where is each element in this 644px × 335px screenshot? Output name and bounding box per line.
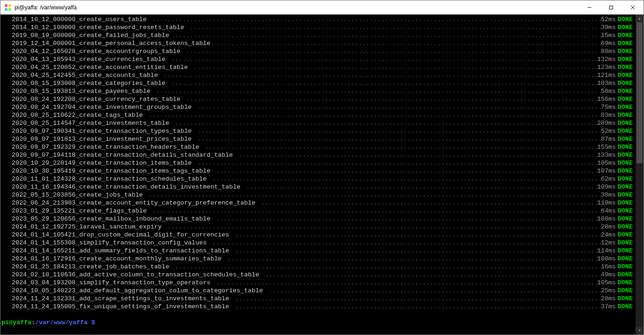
migration-dots: ........................................… [165,79,597,87]
migration-row: 2024_01_16_172916_create_account_monthly… [0,255,636,263]
migration-dots: ........................................… [263,287,601,295]
migration-time: 103ms [597,79,618,87]
migration-dots: ........................................… [162,223,601,231]
migration-status: DONE [618,287,633,295]
migration-row: 2020_11_01_124328_create_transaction_sch… [0,175,636,183]
migration-row: 2020_09_07_194118_create_transaction_det… [0,151,636,159]
scroll-track[interactable] [636,23,644,327]
migration-time: 75ms [601,103,618,111]
migration-name: 2020_11_16_194346_create_transaction_det… [12,183,241,191]
migration-name: 2020_08_25_110622_create_tags_table [12,111,143,119]
migration-name: 2022_06_24_213903_create_account_entity_… [12,199,256,207]
scroll-up-arrow-icon[interactable]: ▲ [636,15,644,23]
migration-name: 2023_05_29_120656_create_mailbox_inbound… [12,215,210,223]
migration-dots: ........................................… [192,159,597,167]
scroll-down-arrow-icon[interactable]: ▼ [636,327,644,335]
migration-dots: ........................................… [210,279,597,287]
migration-time: 88ms [601,47,618,55]
migration-name: 2020_08_25_114547_create_investments_tab… [12,119,169,127]
migration-status: DONE [618,15,633,23]
minimize-button[interactable] [579,0,600,14]
migration-row: 2020_10_30_195419_create_transaction_ite… [0,167,636,175]
migration-time: 121ms [597,71,618,79]
migration-dots: ........................................… [158,71,597,79]
migration-name: 2024_03_04_193208_simplify_transaction_t… [12,279,210,287]
migration-time: 105ms [597,159,618,167]
migration-status: DONE [618,63,633,71]
migration-name: 2023_01_29_135221_create_flags_table [12,207,147,215]
migration-dots: ........................................… [147,15,601,23]
migration-row: 2020_11_16_194346_create_transaction_det… [0,183,636,191]
migration-row: 2022_06_24_213903_create_account_entity_… [0,199,636,207]
migration-dots: ........................................… [241,183,597,191]
migration-status: DONE [618,223,633,231]
maximize-button[interactable] [600,0,622,14]
titlebar[interactable]: pi@yaffa: /var/www/yaffa [0,0,644,15]
close-button[interactable] [622,0,644,14]
migration-row: 2020_04_13_185943_create_currencies_tabl… [0,55,636,63]
migration-name: 2022_05_15_203856_create_jobs_table [12,191,143,199]
migration-dots: ........................................… [207,175,601,183]
migration-status: DONE [618,135,633,143]
migration-name: 2024_01_14_165211_add_summary_fields_to_… [12,247,229,255]
prompt-line[interactable]: pi@yaffa:/var/www/yaffa $ [0,319,636,327]
terminal-window: pi@yaffa: /var/www/yaffa 2014_10_12_0000… [0,0,644,335]
migration-time: 114ms [597,247,618,255]
migration-dots: ........................................… [207,239,601,247]
migration-row: 2020_10_29_220149_create_transaction_ite… [0,159,636,167]
migration-row: 2020_04_12_165028_create_accountrgroups_… [0,47,636,55]
blank-line [0,311,636,319]
migration-name: 2024_11_24_195005_fix_unique_settings_of… [12,303,229,311]
migration-dots: ........................................… [180,47,601,55]
migration-row: 2020_08_25_114547_create_investments_tab… [0,119,636,127]
scrollbar[interactable]: ▲ ▼ [636,15,644,335]
scroll-thumb[interactable] [636,23,643,163]
migration-time: 87ms [601,135,618,143]
migration-time: 119ms [597,199,618,207]
window-controls [579,0,644,14]
migration-time: 16ms [601,263,618,271]
migration-status: DONE [618,263,633,271]
migration-status: DONE [618,31,633,39]
migration-dots: ........................................… [229,247,597,255]
migration-name: 2024_02_10_110636_add_active_column_to_t… [12,271,259,279]
migration-name: 2020_09_07_191813_create_investment_pric… [12,135,192,143]
migration-row: 2020_09_07_190341_create_transaction_typ… [0,127,636,135]
migration-status: DONE [618,79,633,87]
migration-row: 2024_01_25_184213_create_job_batches_tab… [0,263,636,271]
migration-status: DONE [618,175,633,183]
migration-name: 2024_01_16_172916_create_account_monthly… [12,255,222,263]
terminal-area[interactable]: 2014_10_12_000000_create_users_table ...… [0,15,644,335]
migration-dots: ........................................… [143,191,601,199]
migration-name: 2024_11_24_132331_add_scrape_settings_to… [12,295,229,303]
migration-status: DONE [618,95,633,103]
prompt-path: /var/www/yaffa [35,319,88,326]
migration-dots: ........................................… [184,23,601,31]
migration-status: DONE [618,239,633,247]
migration-status: DONE [618,119,633,127]
migration-row: 2014_10_12_100000_create_password_resets… [0,23,636,31]
migration-name: 2020_10_29_220149_create_transaction_ite… [12,159,192,167]
terminal-content[interactable]: 2014_10_12_000000_create_users_table ...… [0,15,636,335]
migration-dots: ........................................… [229,303,601,311]
migration-dots: ........................................… [169,119,597,127]
migration-dots: ........................................… [222,255,597,263]
migration-status: DONE [618,87,633,95]
migration-row: 2024_01_14_105421_drop_custom_decimal_di… [0,231,636,239]
migration-dots: ........................................… [199,143,597,151]
migration-row: 2020_08_15_193008_create_categories_tabl… [0,79,636,87]
migration-dots: ........................................… [192,103,601,111]
migration-row: 2024_10_05_140223_add_default_aggregatio… [0,287,636,295]
migration-row: 2020_04_25_120052_create_account_entitie… [0,63,636,71]
migration-name: 2020_04_12_165028_create_accountrgroups_… [12,47,180,55]
migration-status: DONE [618,111,633,119]
migration-time: 105ms [597,279,618,287]
migration-row: 2024_02_10_110636_add_active_column_to_t… [0,271,636,279]
migration-dots: ........................................… [143,111,601,119]
svg-rect-2 [5,8,8,11]
migration-name: 2024_01_12_192725_laravel_sanctum_expiry [12,223,162,231]
migration-dots: ........................................… [256,199,597,207]
migration-status: DONE [618,39,633,47]
migration-name: 2024_01_14_105421_drop_custom_decimal_di… [12,231,229,239]
migration-name: 2020_08_15_193008_create_categories_tabl… [12,79,165,87]
